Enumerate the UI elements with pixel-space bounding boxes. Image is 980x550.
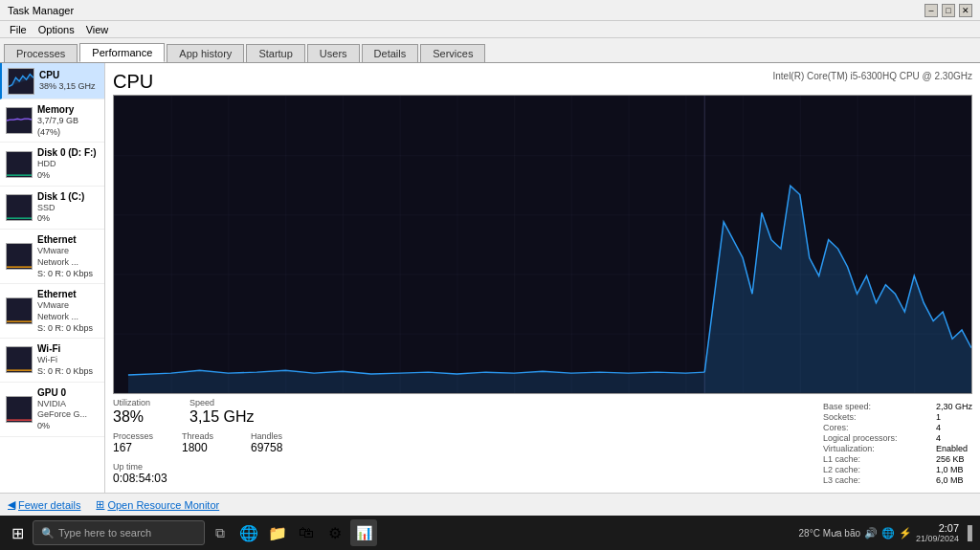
sidebar-item-wifi[interactable]: Wi-Fi Wi-Fi S: 0 R: 0 Kbps: [0, 339, 104, 382]
svg-rect-6: [7, 347, 32, 372]
stats-left: Utilization 38% Speed 3,15 GHz Processes…: [113, 398, 308, 485]
ethernet0-mini-chart: [6, 243, 33, 270]
ethernet0-value: S: 0 R: 0 Kbps: [37, 269, 99, 280]
sidebar-item-gpu0[interactable]: GPU 0 NVIDIA GeForce G... 0%: [0, 383, 104, 437]
cpu-mini-chart: [8, 68, 34, 95]
main-content: CPU 38% 3,15 GHz Memory 3,7/7,9 GB (47%): [0, 63, 980, 493]
handles-label: Handles: [251, 431, 308, 441]
cpu-label: CPU: [39, 69, 99, 81]
cpu-chart: % Utilization 100% 60 seconds: [113, 95, 972, 394]
menu-view[interactable]: View: [80, 23, 115, 36]
wifi-desc: Wi-Fi: [37, 355, 99, 366]
panel-title: CPU: [113, 71, 153, 93]
base-speed-label: Base speed:: [823, 402, 928, 411]
disk1-mini-chart: [6, 194, 33, 221]
show-desktop-button[interactable]: ▐: [963, 525, 972, 540]
ethernet1-desc: VMware Network ...: [37, 300, 99, 322]
tab-performance[interactable]: Performance: [79, 43, 165, 62]
disk1-sidebar-text: Disk 1 (C:) SSD 0%: [37, 190, 99, 225]
svg-rect-1: [7, 108, 32, 133]
stat-threads: Threads 1800: [182, 431, 239, 454]
panel-subtitle: Intel(R) Core(TM) i5-6300HQ CPU @ 2.30GH…: [772, 71, 972, 81]
gpu0-label: GPU 0: [37, 386, 99, 399]
handles-value: 69758: [251, 441, 308, 454]
utilization-label: Utilization: [113, 398, 170, 407]
sidebar-item-memory[interactable]: Memory 3,7/7,9 GB (47%): [0, 99, 104, 143]
tab-details[interactable]: Details: [362, 44, 419, 62]
wifi-value: S: 0 R: 0 Kbps: [37, 366, 99, 378]
ethernet0-label: Ethernet: [37, 233, 99, 246]
tab-services[interactable]: Services: [420, 44, 485, 62]
tab-users[interactable]: Users: [307, 44, 360, 62]
tab-bar: Processes Performance App history Startu…: [0, 38, 980, 63]
l3-value: 6,0 MB: [936, 475, 972, 485]
bottom-stats: Utilization 38% Speed 3,15 GHz Processes…: [113, 398, 972, 485]
tab-processes[interactable]: Processes: [4, 44, 78, 62]
settings-button[interactable]: ⚙: [322, 519, 348, 546]
tab-apphistory[interactable]: App history: [167, 44, 244, 62]
file-explorer-button[interactable]: 📁: [264, 519, 291, 546]
svg-rect-4: [7, 244, 32, 269]
taskbar-search-box[interactable]: 🔍 Type here to search: [33, 520, 205, 545]
menu-file[interactable]: File: [4, 23, 33, 36]
app-title: Task Manager: [8, 5, 74, 16]
svg-rect-2: [7, 152, 32, 177]
virtualization-label: Virtualization:: [823, 444, 928, 453]
stat-handles: Handles 69758: [251, 431, 308, 454]
sidebar: CPU 38% 3,15 GHz Memory 3,7/7,9 GB (47%): [0, 63, 105, 493]
disk0-label: Disk 0 (D: F:): [37, 146, 99, 159]
edge-button[interactable]: 🌐: [235, 519, 262, 546]
cpu-value: 38% 3,15 GHz: [39, 81, 99, 93]
sidebar-item-disk1[interactable]: Disk 1 (C:) SSD 0%: [0, 187, 104, 230]
gpu0-mini-chart: [6, 396, 33, 423]
sidebar-item-cpu[interactable]: CPU 38% 3,15 GHz: [0, 63, 104, 99]
svg-rect-7: [7, 397, 32, 422]
open-resource-monitor-link[interactable]: ⊞ Open Resource Monitor: [96, 498, 219, 511]
search-placeholder: Type here to search: [58, 527, 151, 539]
processes-value: 167: [113, 441, 170, 454]
main-panel: CPU Intel(R) Core(TM) i5-6300HQ CPU @ 2.…: [105, 63, 980, 493]
sidebar-item-disk0[interactable]: Disk 0 (D: F:) HDD 0%: [0, 143, 104, 186]
l2-label: L2 cache:: [823, 465, 928, 474]
footer: ◀ Fewer details ⊞ Open Resource Monitor: [0, 493, 980, 516]
l1-label: L1 cache:: [823, 454, 928, 464]
sidebar-item-ethernet0[interactable]: Ethernet VMware Network ... S: 0 R: 0 Kb…: [0, 230, 104, 284]
start-button[interactable]: ⊞: [4, 519, 31, 546]
ethernet1-mini-chart: [6, 297, 33, 324]
memory-label: Memory: [37, 103, 99, 116]
memory-mini-chart: [6, 107, 33, 134]
disk0-sidebar-text: Disk 0 (D: F:) HDD 0%: [37, 146, 99, 181]
memory-sidebar-text: Memory 3,7/7,9 GB (47%): [37, 103, 99, 138]
menu-options[interactable]: Options: [33, 23, 80, 36]
tab-startup[interactable]: Startup: [246, 44, 304, 62]
window-controls: – □ ✕: [924, 4, 972, 17]
logical-value: 4: [936, 433, 972, 443]
taskmanager-taskbar-button[interactable]: 📊: [350, 519, 377, 546]
open-resource-monitor-label: Open Resource Monitor: [107, 499, 219, 511]
search-icon: 🔍: [41, 527, 55, 539]
speed-value: 3,15 GHz: [189, 407, 255, 426]
ethernet1-sidebar-text: Ethernet VMware Network ... S: 0 R: 0 Kb…: [37, 288, 99, 334]
disk1-type: SSD: [37, 203, 99, 214]
cores-value: 4: [936, 423, 972, 432]
clock-time: 2:07: [916, 522, 959, 534]
task-view-button[interactable]: ⧉: [207, 519, 234, 546]
gpu0-desc: NVIDIA GeForce G...: [37, 399, 99, 421]
wifi-sidebar-text: Wi-Fi Wi-Fi S: 0 R: 0 Kbps: [37, 342, 99, 377]
gpu0-sidebar-text: GPU 0 NVIDIA GeForce G... 0%: [37, 386, 99, 432]
weather-info: 28°C Mưa bão: [799, 528, 860, 539]
close-button[interactable]: ✕: [959, 4, 972, 17]
maximize-button[interactable]: □: [942, 4, 955, 17]
store-button[interactable]: 🛍: [293, 519, 320, 546]
wifi-mini-chart: [6, 346, 33, 373]
minimize-button[interactable]: –: [924, 4, 938, 17]
title-bar: Task Manager – □ ✕: [0, 0, 980, 21]
l2-value: 1,0 MB: [936, 465, 972, 474]
logical-label: Logical processors:: [823, 433, 928, 443]
processes-label: Processes: [113, 431, 170, 441]
taskbar-clock[interactable]: 2:07 21/09/2024: [916, 522, 959, 543]
cores-label: Cores:: [823, 423, 928, 432]
sidebar-item-ethernet1[interactable]: Ethernet VMware Network ... S: 0 R: 0 Kb…: [0, 284, 104, 339]
fewer-details-link[interactable]: ◀ Fewer details: [8, 498, 80, 511]
fewer-details-label: Fewer details: [18, 499, 80, 511]
